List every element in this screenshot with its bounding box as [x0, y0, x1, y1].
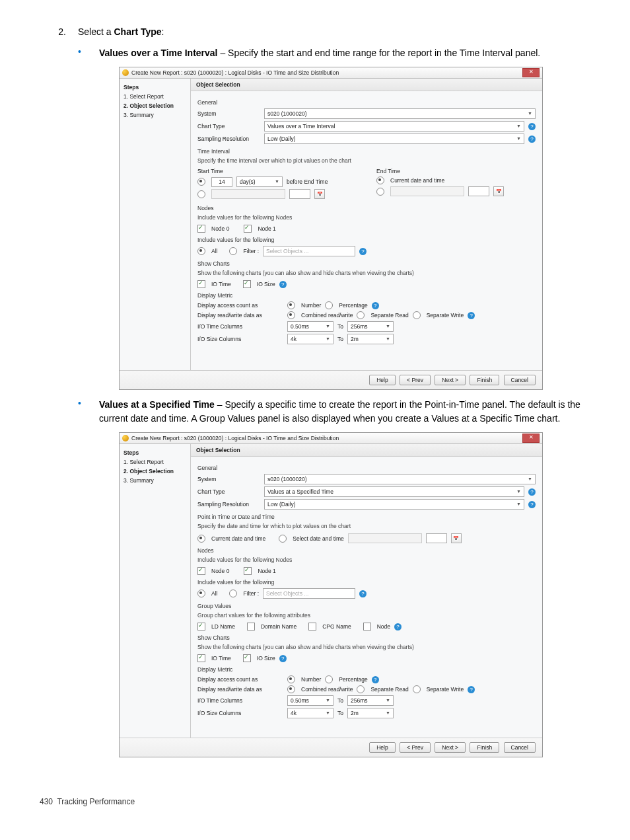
node-checkbox[interactable]: [363, 623, 371, 630]
sep-write-radio[interactable]: [413, 685, 421, 693]
time-from-dropdown[interactable]: 0.50ms▼: [287, 321, 333, 332]
help-icon[interactable]: ?: [468, 312, 475, 319]
ld-name-checkbox[interactable]: [197, 623, 205, 630]
calendar-icon[interactable]: 📅: [493, 186, 504, 196]
node1-checkbox[interactable]: [244, 225, 252, 233]
help-icon[interactable]: ?: [528, 123, 536, 130]
help-icon[interactable]: ?: [359, 590, 367, 597]
system-dropdown[interactable]: s020 (1000020)▼: [264, 108, 536, 119]
help-icon[interactable]: ?: [468, 686, 475, 693]
help-button[interactable]: Help: [369, 742, 395, 753]
titlebar: Create New Report : s020 (1000020) : Log…: [120, 433, 542, 444]
finish-button[interactable]: Finish: [470, 375, 499, 385]
days-unit-dropdown[interactable]: day(s)▼: [236, 176, 283, 187]
step-object-selection[interactable]: 2. Object Selection: [123, 467, 186, 476]
chevron-down-icon: ▼: [528, 109, 532, 118]
domain-checkbox[interactable]: [247, 623, 255, 630]
time-from-dropdown[interactable]: 0.50ms▼: [287, 695, 333, 706]
cancel-button[interactable]: Cancel: [504, 742, 536, 753]
help-icon[interactable]: ?: [528, 501, 536, 508]
step-text: Select a Chart Type:: [78, 26, 590, 37]
end-date-field: [390, 186, 464, 196]
combined-radio[interactable]: [287, 311, 295, 319]
help-icon[interactable]: ?: [359, 248, 367, 255]
percentage-radio[interactable]: [325, 301, 333, 309]
bullet-icon: •: [78, 46, 99, 60]
step-select-report[interactable]: 1. Select Report: [123, 457, 186, 467]
start-relative-radio[interactable]: [197, 178, 205, 186]
step-summary[interactable]: 3. Summary: [123, 110, 186, 120]
size-from-dropdown[interactable]: 4k▼: [287, 334, 333, 344]
sep-write-radio[interactable]: [413, 311, 421, 319]
cpg-checkbox[interactable]: [308, 623, 316, 630]
titlebar: Create New Report : s020 (1000020) : Log…: [120, 67, 542, 79]
system-dropdown[interactable]: s020 (1000020)▼: [264, 474, 536, 484]
calendar-icon[interactable]: 📅: [451, 533, 462, 543]
chart-type-dropdown[interactable]: Values over a Time Interval▼: [264, 121, 524, 132]
node0-checkbox[interactable]: [197, 225, 205, 233]
end-current-radio[interactable]: [376, 176, 384, 184]
combined-radio[interactable]: [287, 685, 295, 693]
step-select-report[interactable]: 1. Select Report: [123, 92, 186, 101]
help-button[interactable]: Help: [369, 375, 395, 385]
step-object-selection[interactable]: 2. Object Selection: [123, 101, 186, 110]
help-icon[interactable]: ?: [372, 302, 379, 309]
end-date-radio[interactable]: [376, 188, 384, 196]
dialog-footer: Help < Prev Next > Finish Cancel: [120, 370, 542, 389]
next-button[interactable]: Next >: [435, 375, 466, 385]
time-to-dropdown[interactable]: 256ms▼: [347, 695, 394, 706]
cancel-button[interactable]: Cancel: [504, 375, 536, 385]
filter-radio[interactable]: [229, 590, 237, 597]
all-radio[interactable]: [197, 247, 205, 255]
time-to-dropdown[interactable]: 256ms▼: [347, 321, 394, 332]
dialog-footer: Help < Prev Next > Finish Cancel: [120, 738, 542, 757]
percentage-radio[interactable]: [325, 675, 333, 683]
io-time-checkbox[interactable]: [197, 280, 205, 288]
sep-read-radio[interactable]: [357, 311, 365, 319]
wizard-steps: Steps 1. Select Report 2. Object Selecti…: [120, 444, 191, 738]
step-number: 2.: [40, 26, 78, 37]
help-icon[interactable]: ?: [394, 623, 402, 630]
io-size-checkbox[interactable]: [243, 654, 251, 662]
start-date-radio[interactable]: [197, 190, 205, 198]
select-objects-button[interactable]: Select Objects ...: [263, 588, 355, 599]
chart-type-dropdown[interactable]: Values at a Specified Time▼: [264, 486, 524, 497]
select-objects-button[interactable]: Select Objects ...: [263, 246, 355, 256]
current-time-radio[interactable]: [197, 535, 205, 543]
select-time-radio[interactable]: [279, 535, 287, 543]
prev-button[interactable]: < Prev: [400, 742, 431, 753]
size-from-dropdown[interactable]: 4k▼: [287, 708, 333, 718]
calendar-icon[interactable]: 📅: [314, 189, 325, 199]
node0-checkbox[interactable]: [197, 567, 205, 575]
io-time-checkbox[interactable]: [197, 654, 205, 662]
dialog-time-interval: Create New Report : s020 (1000020) : Log…: [119, 67, 543, 390]
help-icon[interactable]: ?: [528, 135, 536, 143]
help-icon[interactable]: ?: [279, 281, 287, 288]
sampling-dropdown[interactable]: Low (Daily)▼: [264, 499, 524, 510]
io-size-checkbox[interactable]: [243, 280, 251, 288]
app-icon: [122, 435, 129, 441]
number-radio[interactable]: [287, 301, 295, 309]
sep-read-radio[interactable]: [357, 685, 365, 693]
help-icon[interactable]: ?: [279, 655, 287, 662]
next-button[interactable]: Next >: [435, 742, 466, 753]
filter-radio[interactable]: [229, 247, 237, 255]
chevron-down-icon: ▼: [516, 487, 521, 496]
close-icon[interactable]: ✕: [522, 434, 540, 443]
number-radio[interactable]: [287, 675, 295, 683]
app-icon: [122, 69, 129, 76]
help-icon[interactable]: ?: [372, 676, 379, 683]
prev-button[interactable]: < Prev: [400, 375, 431, 385]
days-input[interactable]: 14: [211, 177, 232, 187]
sampling-dropdown[interactable]: Low (Daily)▼: [264, 134, 524, 144]
size-to-dropdown[interactable]: 2m▼: [347, 334, 394, 344]
help-icon[interactable]: ?: [528, 488, 536, 496]
node1-checkbox[interactable]: [244, 567, 252, 575]
finish-button[interactable]: Finish: [470, 742, 499, 753]
chevron-down-icon: ▼: [516, 122, 521, 131]
all-radio[interactable]: [197, 590, 205, 597]
step-summary[interactable]: 3. Summary: [123, 476, 186, 485]
close-icon[interactable]: ✕: [522, 68, 540, 77]
bullet-text-1: Values over a Time Interval – Specify th…: [99, 46, 590, 60]
size-to-dropdown[interactable]: 2m▼: [347, 708, 394, 718]
